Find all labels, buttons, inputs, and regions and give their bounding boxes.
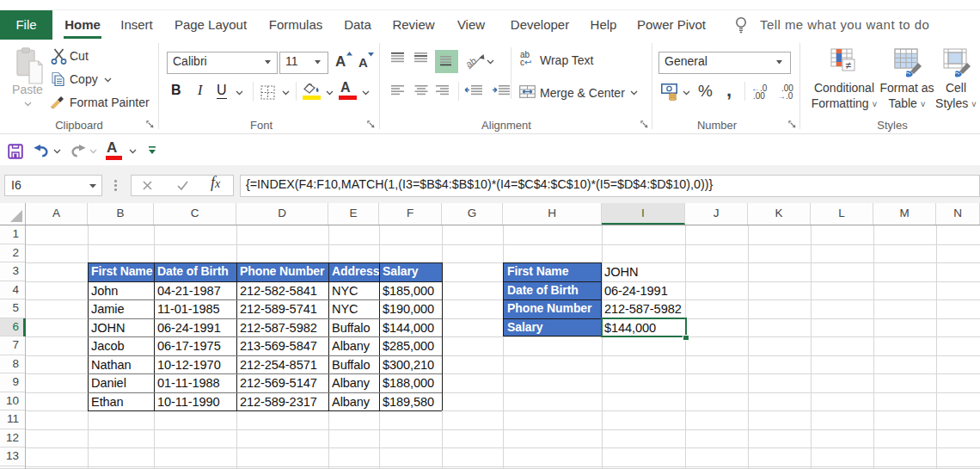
svg-text:≠: ≠: [846, 59, 852, 71]
